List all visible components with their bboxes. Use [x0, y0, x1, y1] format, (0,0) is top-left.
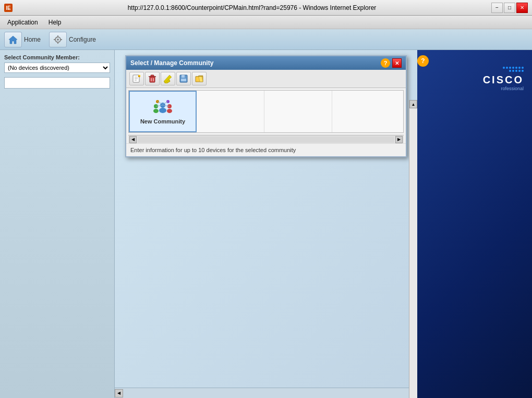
scrollbar-up-button[interactable]: ▲: [409, 100, 417, 108]
cisco-branding: ?: [417, 50, 532, 398]
community-member-select[interactable]: (No devices discovered): [4, 63, 110, 73]
sidebar: Select Community Member: (No devices dis…: [0, 50, 115, 398]
cisco-tagline: rofessional: [483, 86, 524, 91]
cisco-waves: [483, 67, 524, 72]
menu-application[interactable]: Application: [2, 17, 43, 28]
main-content: Select Community Member: (No devices dis…: [0, 50, 532, 398]
menu-help[interactable]: Help: [43, 17, 67, 28]
cisco-logo: CISCO rofessional: [483, 67, 524, 91]
save-community-button[interactable]: [176, 72, 191, 85]
configure-label: Configure: [69, 36, 96, 43]
content-help-button[interactable]: ?: [417, 55, 429, 67]
new-community-button[interactable]: [129, 72, 144, 85]
svg-point-33: [153, 109, 159, 113]
nav-left-arrow[interactable]: ◀: [115, 389, 123, 397]
menu-bar: Application Help: [0, 16, 532, 29]
right-panel: ?: [417, 50, 532, 398]
edit-community-button[interactable]: [161, 72, 175, 85]
main-toolbar: Home Configure: [0, 29, 532, 50]
dialog-overlay: Select / Manage Community ? ✕: [115, 50, 417, 398]
svg-rect-25: [182, 75, 185, 78]
community-item-label: New Community: [140, 118, 185, 125]
delete-community-button[interactable]: [145, 72, 160, 85]
window-controls: − □ ✕: [491, 3, 528, 13]
community-item-icon: [152, 99, 173, 118]
scroll-right-arrow[interactable]: ▶: [395, 136, 403, 143]
select-manage-community-dialog: Select / Manage Community ? ✕: [125, 55, 407, 157]
dialog-status: Enter information for up to 10 devices f…: [126, 143, 406, 156]
svg-rect-17: [151, 75, 154, 77]
window-title: http://127.0.0.1:8600/Counterpoint/CPMai…: [13, 4, 491, 11]
svg-text:IE: IE: [6, 5, 11, 11]
sidebar-label: Select Community Member:: [4, 54, 110, 60]
community-item-new[interactable]: New Community: [129, 91, 197, 132]
cisco-wave-marks: [503, 67, 524, 72]
scroll-left-arrow[interactable]: ◀: [129, 136, 137, 143]
configure-button[interactable]: [49, 32, 67, 47]
svg-point-31: [159, 108, 166, 113]
open-community-button[interactable]: [192, 72, 207, 85]
close-button[interactable]: ✕: [516, 3, 528, 13]
dialog-title: Select / Manage Community: [130, 59, 213, 67]
home-button[interactable]: [4, 32, 22, 47]
community-slot-1[interactable]: [197, 91, 264, 132]
dialog-title-bar: Select / Manage Community ? ✕: [126, 56, 406, 70]
sidebar-search-input[interactable]: [4, 77, 110, 89]
community-grid: New Community: [128, 90, 404, 133]
svg-point-35: [167, 109, 172, 113]
svg-point-4: [57, 39, 59, 41]
content-area: Select / Manage Community ? ✕: [115, 50, 417, 398]
scroll-track[interactable]: [138, 136, 394, 143]
scrollbar-track: [409, 108, 417, 398]
dialog-toolbar: [126, 70, 406, 88]
community-slot-2[interactable]: [264, 91, 332, 132]
dialog-close-button[interactable]: ✕: [392, 58, 402, 68]
dialog-help-button[interactable]: ?: [381, 58, 390, 68]
svg-marker-2: [9, 36, 17, 44]
svg-rect-26: [181, 79, 186, 81]
svg-rect-15: [150, 77, 155, 82]
cisco-text: CISCO: [483, 74, 524, 86]
cisco-wave-row1: [503, 67, 524, 69]
bottom-bar: ◀ ▶: [115, 388, 417, 398]
dialog-title-actions: ? ✕: [381, 58, 402, 68]
restore-button[interactable]: □: [504, 3, 515, 13]
home-label: Home: [24, 36, 41, 43]
grid-scrollbar: ◀ ▶: [128, 135, 404, 143]
minimize-button[interactable]: −: [491, 3, 503, 13]
cisco-wave-row2: [503, 70, 524, 72]
title-bar: IE http://127.0.0.1:8600/Counterpoint/CP…: [0, 0, 532, 16]
community-slot-3[interactable]: [332, 91, 403, 132]
app-icon: IE: [4, 4, 13, 12]
main-scrollbar-v: ▲ ▼: [409, 100, 417, 398]
